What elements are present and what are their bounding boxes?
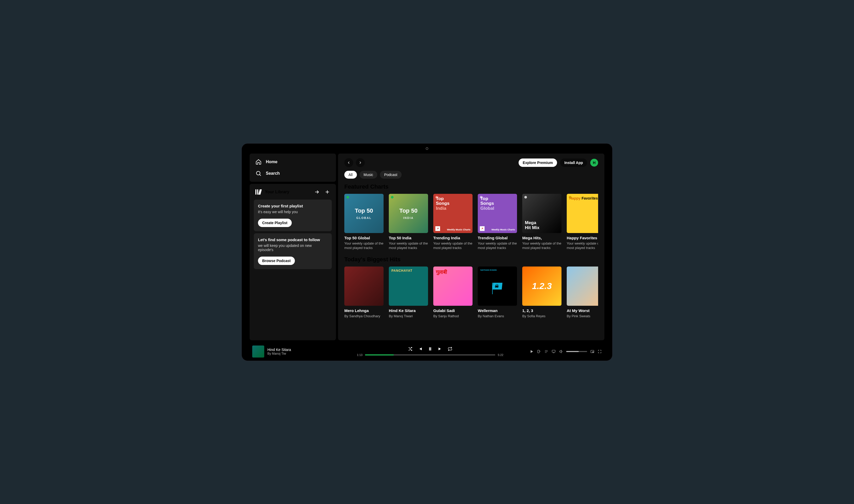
- tile-sub: Your weekly update of the most played tr…: [389, 241, 428, 250]
- install-app-button[interactable]: Install App: [560, 159, 587, 167]
- device-camera-notch: [426, 147, 428, 150]
- tile-sub: By Sofia Reyes: [522, 314, 562, 319]
- tile-title: Mega Hits,: [522, 236, 562, 240]
- sidebar-library-card: Your Library Create your first playlist …: [250, 184, 336, 340]
- shuffle-icon[interactable]: [408, 346, 413, 351]
- featured-tile[interactable]: TopSongsIndia Weekly Music Charts Trendi…: [433, 194, 473, 250]
- home-icon: [255, 159, 262, 165]
- library-button[interactable]: Your Library: [255, 190, 289, 195]
- art-badge: गुलाबी: [436, 269, 447, 275]
- today-tile[interactable]: PANCHAYAT Hind Ke Sitara By Manoj Tiwari: [389, 267, 428, 319]
- today-tile[interactable]: 1.2.3 1, 2, 3 By Sofia Reyes: [522, 267, 562, 319]
- nav-back-button[interactable]: [344, 158, 353, 167]
- tile-title: Trending India: [433, 236, 473, 240]
- art-tag: Weekly Music Charts: [447, 228, 470, 231]
- featured-row: Top 50 GLOBAL Top 50 Global Your weekly …: [344, 194, 598, 250]
- today-tile[interactable]: Mero Lehnga By Sandhya Choudhary: [344, 267, 384, 319]
- now-playing[interactable]: Hind Ke Sitara By Manoj Tiw: [252, 345, 331, 358]
- album-art: 1.2.3: [522, 267, 562, 306]
- repeat-icon[interactable]: [448, 346, 452, 351]
- pause-icon[interactable]: [428, 346, 432, 351]
- album-art: NATHAN EVANS ☠: [478, 267, 517, 306]
- album-art: Top 50 INDIA: [389, 194, 428, 233]
- featured-tile[interactable]: Happy Favorites Happy Favorites Your wee…: [567, 194, 598, 250]
- app-root: Home Search Your Library: [242, 151, 612, 361]
- progress-row: 1:13 5:22: [357, 353, 503, 357]
- art-text: TopSongsGlobal: [480, 196, 494, 211]
- sidebar: Home Search Your Library: [250, 154, 336, 340]
- chevron-left-icon: [347, 161, 351, 165]
- now-playing-art: [252, 345, 264, 358]
- tile-title: Happy Favorites: [567, 236, 598, 240]
- arrow-corner-icon: [435, 226, 440, 231]
- tile-sub: Your weekly update of the most played tr…: [478, 241, 517, 250]
- nav-forward-button[interactable]: [356, 158, 365, 167]
- expand-library-icon[interactable]: [314, 189, 320, 195]
- arrow-corner-icon: [480, 226, 484, 231]
- tile-title: Trending Global: [478, 236, 517, 240]
- chip-podcast[interactable]: Podcast: [380, 171, 402, 179]
- tile-sub: By Manoj Tiwari: [389, 314, 428, 319]
- add-icon[interactable]: [324, 189, 330, 195]
- album-art: [344, 267, 384, 306]
- art-tag: Weekly Music Charts: [491, 228, 515, 231]
- art-sub: GLOBAL: [356, 216, 372, 219]
- previous-icon[interactable]: [418, 346, 423, 351]
- browse-podcast-button[interactable]: Browse Podcast: [258, 256, 295, 265]
- tile-sub: By Sandhya Choudhary: [344, 314, 384, 319]
- album-art: MegaHit Mix: [522, 194, 562, 233]
- album-art: Top 50 GLOBAL: [344, 194, 384, 233]
- miniplayer-icon[interactable]: [590, 349, 594, 354]
- chip-music[interactable]: Music: [359, 171, 377, 179]
- nav-search-label: Search: [266, 171, 280, 176]
- featured-tile[interactable]: Top 50 INDIA Top 50 India Your weekly up…: [389, 194, 428, 250]
- time-total: 5:22: [498, 353, 503, 357]
- chevron-right-icon: [358, 161, 362, 165]
- featured-tile[interactable]: TopSongsGlobal Weekly Music Charts Trend…: [478, 194, 517, 250]
- section-title-today: Today's Biggest Hits: [344, 256, 598, 263]
- chip-all[interactable]: All: [344, 171, 357, 179]
- promo-create-playlist: Create your first playlist it's easy we …: [254, 200, 332, 231]
- tile-sub: By Nathan Evans: [478, 314, 517, 319]
- album-art: TopSongsGlobal Weekly Music Charts: [478, 194, 517, 233]
- today-tile[interactable]: NATHAN EVANS ☠ Wellerman By Nathan Evans: [478, 267, 517, 319]
- volume-bar[interactable]: [566, 351, 587, 352]
- time-elapsed: 1:13: [357, 353, 362, 357]
- tile-title: Wellerman: [478, 308, 517, 313]
- album-art: गुलाबी: [433, 267, 473, 306]
- promo-sub: it's easy we will help you: [258, 210, 327, 214]
- topbar: Explore Premium Install App H: [344, 158, 598, 167]
- svg-rect-2: [552, 350, 555, 352]
- player-right: [530, 349, 602, 354]
- art-main: Top 50: [399, 208, 417, 214]
- explore-premium-button[interactable]: Explore Premium: [519, 159, 557, 167]
- nav-search[interactable]: Search: [252, 168, 334, 179]
- art-badge: 1.2.3: [532, 281, 552, 291]
- seek-bar[interactable]: [365, 354, 495, 356]
- lyrics-icon[interactable]: [537, 349, 541, 354]
- svg-point-0: [256, 171, 260, 175]
- today-tile[interactable]: गुलाबी Gulabi Sadi By Sanju Rathod: [433, 267, 473, 319]
- album-art: PANCHAYAT: [389, 267, 428, 306]
- user-avatar[interactable]: H: [590, 159, 598, 167]
- spotify-dot-icon: [391, 196, 393, 199]
- featured-tile[interactable]: Top 50 GLOBAL Top 50 Global Your weekly …: [344, 194, 384, 250]
- featured-tile[interactable]: MegaHit Mix Mega Hits, Your weekly updat…: [522, 194, 562, 250]
- create-playlist-button[interactable]: Create Playlist: [258, 219, 292, 227]
- nav-home-label: Home: [266, 160, 277, 164]
- filter-chips: All Music Podcast: [344, 171, 598, 179]
- play-small-icon[interactable]: [530, 349, 534, 354]
- today-tile[interactable]: At My Worst By Pink Sweats: [567, 267, 598, 319]
- search-icon: [255, 170, 262, 177]
- promo-title: Create your first playlist: [258, 204, 327, 208]
- queue-icon[interactable]: [544, 349, 548, 354]
- nav-home[interactable]: Home: [252, 156, 334, 168]
- tile-title: Mero Lehnga: [344, 308, 384, 313]
- devices-icon[interactable]: [552, 349, 556, 354]
- volume-icon[interactable]: [559, 349, 563, 354]
- fullscreen-icon[interactable]: [598, 349, 602, 354]
- now-playing-artist: By Manoj Tiw: [267, 352, 291, 356]
- next-icon[interactable]: [438, 346, 442, 351]
- now-playing-title: Hind Ke Sitara: [267, 347, 291, 352]
- section-title-featured: Featured Charts: [344, 183, 598, 190]
